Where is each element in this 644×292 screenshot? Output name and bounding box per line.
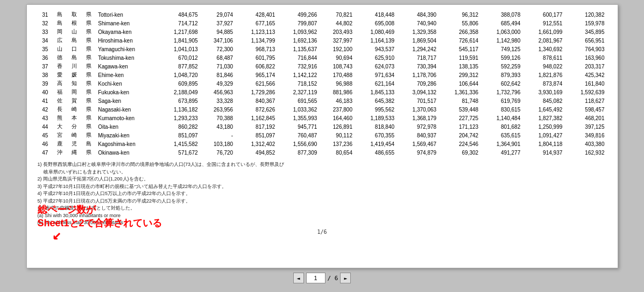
table-cell: Ehime-ken — [96, 71, 158, 79]
table-cell: 知 — [67, 79, 82, 88]
table-cell: 愛 — [53, 71, 67, 79]
table-cell: 263,956 — [200, 105, 236, 114]
table-cell: 695,008 — [355, 19, 397, 27]
table-cell: 1,189,533 — [355, 114, 397, 122]
table-cell: 43,180 — [200, 122, 236, 131]
table-row: 39高知県Kochi-ken609,89549,329621,566718,15… — [38, 79, 607, 88]
table-cell: 818,840 — [355, 122, 397, 131]
table-cell: 945,771 — [277, 122, 319, 131]
table-row: 37香川県Kagawa-ken877,85271,030606,822732,9… — [38, 62, 607, 71]
table-cell: 川 — [67, 62, 82, 71]
table-cell: 1,217,698 — [158, 27, 200, 36]
table-cell: 345,895 — [564, 27, 606, 36]
table-cell: 県 — [81, 27, 96, 36]
table-cell: 1,312,402 — [235, 140, 277, 148]
table-cell: 425,342 — [564, 71, 606, 79]
table-cell: 47 — [38, 148, 53, 157]
table-cell: 203,317 — [564, 62, 606, 71]
table-cell: 764,903 — [564, 45, 606, 53]
table-cell: 1,645,492 — [522, 105, 564, 114]
table-cell: 34 — [38, 36, 53, 45]
table-cell: 1,729,286 — [235, 88, 277, 96]
table-cell: 1,329,358 — [397, 27, 438, 36]
total-pages-label: / 6 — [328, 275, 338, 282]
table-cell: 46,183 — [319, 96, 355, 105]
page-number-input[interactable] — [306, 273, 325, 283]
table-cell: 879,393 — [480, 71, 522, 79]
table-cell: 山 — [67, 27, 82, 36]
prev-page-button[interactable]: ◄ — [293, 273, 304, 283]
table-cell: 1,692,136 — [277, 36, 319, 45]
table-cell: 621,164 — [355, 79, 397, 88]
table-cell: 県 — [81, 96, 96, 105]
table-cell: 岡 — [53, 27, 67, 36]
table-cell: 県 — [81, 10, 96, 19]
next-page-button[interactable]: ► — [340, 273, 351, 283]
table-cell: 県 — [81, 53, 96, 62]
table-cell: Hiroshima-ken — [96, 36, 158, 45]
footnote-line: 4) 平成27年10月1日現在の人口5万以上の市の平成22年の人口を示す。 — [38, 190, 607, 198]
table-cell: 718,152 — [277, 79, 319, 88]
table-cell: 縄 — [67, 148, 82, 157]
table-cell: 418,448 — [355, 10, 397, 19]
table-cell: 島 — [67, 53, 82, 62]
table-cell: 1,142,122 — [277, 71, 319, 79]
table-cell: 3,930,169 — [522, 88, 564, 96]
table-cell: 1,569,467 — [397, 140, 438, 148]
table-cell: 388,078 — [480, 10, 522, 19]
table-cell: 873,874 — [522, 79, 564, 88]
table-cell: 170,488 — [319, 71, 355, 79]
table-cell: 崎 — [67, 131, 82, 140]
table-cell: 732,916 — [277, 62, 319, 71]
table-cell: 1,368,179 — [397, 114, 438, 122]
table-cell: 45 — [38, 131, 53, 140]
table-cell: 749,125 — [480, 45, 522, 53]
table-cell: 本 — [67, 114, 82, 122]
table-cell: 2,327,119 — [277, 88, 319, 96]
table-cell: 1,355,993 — [277, 114, 319, 122]
table-cell: 484,390 — [397, 10, 438, 19]
table-cell: Miyazaki-ken — [96, 131, 158, 140]
table-row: 45宮崎県Miyazaki-ken851,097-851,097760,4879… — [38, 131, 607, 140]
table-cell: Oita-ken — [96, 122, 158, 131]
table-cell: 974,879 — [397, 148, 438, 157]
table-cell: 701,517 — [397, 96, 438, 105]
table-cell: 539,448 — [438, 105, 480, 114]
table-cell: 878,611 — [522, 53, 564, 62]
table-cell: 1,821,876 — [522, 71, 564, 79]
table-cell: 1,033,362 — [277, 105, 319, 114]
table-cell: 1,164,139 — [355, 36, 397, 45]
table-cell: 44,802 — [319, 19, 355, 27]
footnote-line: 2) 岡山県児島浜干拓第7区の人口(1,200人)を含む。 — [38, 176, 607, 183]
table-cell: 宮 — [53, 131, 67, 140]
table-cell: 673,895 — [158, 96, 200, 105]
table-cell: 90,694 — [319, 53, 355, 62]
table-cell: 912,551 — [522, 19, 564, 27]
table-cell: 42 — [38, 105, 53, 114]
table-cell: 204,742 — [438, 131, 480, 140]
table-cell: 592,259 — [480, 62, 522, 71]
table-cell: 499,266 — [277, 10, 319, 19]
table-cell: 鹿 — [53, 140, 67, 148]
table-cell: 851,097 — [158, 131, 200, 140]
table-cell: 606,822 — [235, 62, 277, 71]
table-cell: 349,816 — [564, 131, 606, 140]
table-cell: 37,927 — [200, 19, 236, 27]
table-cell: 賀 — [67, 96, 82, 105]
table-cell: 872,626 — [235, 105, 277, 114]
table-cell: 162,932 — [564, 148, 606, 157]
table-cell: 49,329 — [200, 79, 236, 88]
table-cell: 799,807 — [277, 19, 319, 27]
table-cell: 徳 — [53, 53, 67, 62]
table-cell: 岡 — [67, 88, 82, 96]
table-cell: 38 — [38, 71, 53, 79]
table-cell: 41 — [38, 96, 53, 105]
table-cell: 571,672 — [158, 148, 200, 157]
table-cell: 691,565 — [277, 96, 319, 105]
table-cell: 224,546 — [438, 140, 480, 148]
table-cell: 島 — [67, 36, 82, 45]
table-cell: 126,891 — [319, 122, 355, 131]
table-cell: 1,080,469 — [355, 27, 397, 36]
table-cell: 484,675 — [158, 10, 200, 19]
table-cell: 635,615 — [480, 131, 522, 140]
